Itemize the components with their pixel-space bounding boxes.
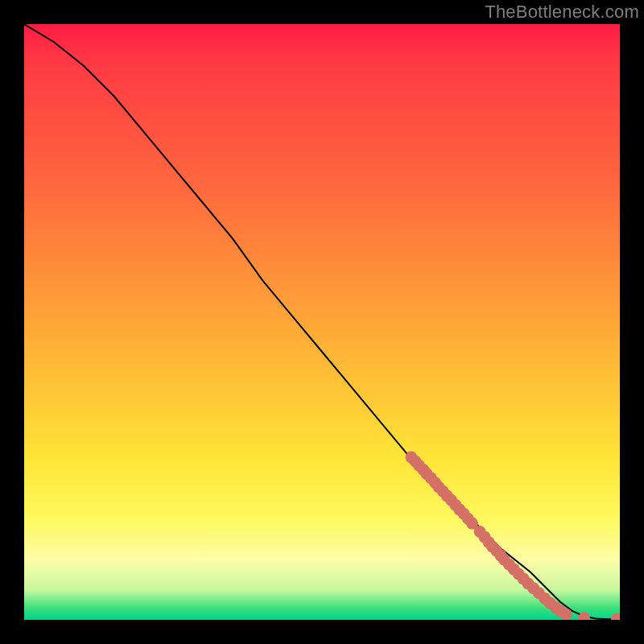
- data-marker: [578, 612, 590, 620]
- chart-frame: TheBottleneck.com: [0, 0, 644, 644]
- data-marker: [611, 613, 620, 620]
- plot-area: [24, 24, 620, 620]
- curve-line: [24, 24, 620, 619]
- curve-markers: [406, 452, 621, 621]
- chart-svg: [24, 24, 620, 620]
- attribution-text: TheBottleneck.com: [485, 2, 639, 23]
